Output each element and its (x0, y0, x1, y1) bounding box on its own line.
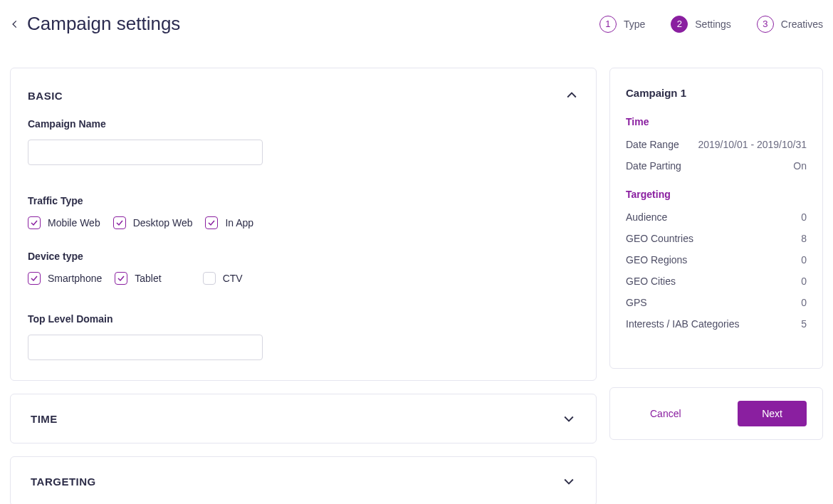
summary-row: GEO Cities 0 (626, 275, 807, 287)
targeting-section[interactable]: TARGETING (10, 456, 597, 504)
step-label: Type (624, 19, 645, 30)
checkbox-icon[interactable] (113, 216, 126, 229)
summary-key: Date Range (626, 139, 679, 150)
chevron-down-icon[interactable] (562, 474, 576, 488)
basic-title: BASIC (28, 90, 63, 102)
summary-value: 0 (801, 211, 807, 223)
summary-key: Audience (626, 211, 667, 223)
traffic-desktop-web[interactable]: Desktop Web (113, 216, 193, 229)
tld-label: Top Level Domain (28, 313, 579, 325)
step-number: 3 (757, 16, 774, 33)
page-title: Campaign settings (27, 13, 180, 35)
summary-value: On (793, 160, 807, 172)
campaign-name-label: Campaign Name (28, 118, 579, 130)
step-number: 2 (671, 16, 688, 33)
summary-value: 8 (801, 233, 807, 244)
stepper: 1 Type 2 Settings 3 Creatives (599, 16, 823, 33)
checkbox-icon[interactable] (205, 216, 218, 229)
device-tablet[interactable]: Tablet (115, 272, 161, 285)
device-label: CTV (223, 273, 243, 284)
summary-targeting-label: Targeting (626, 189, 807, 200)
next-button[interactable]: Next (738, 401, 807, 426)
traffic-in-app[interactable]: In App (205, 216, 253, 229)
checkbox-icon[interactable] (203, 272, 216, 285)
step-label: Creatives (781, 19, 823, 30)
traffic-label: Mobile Web (48, 217, 100, 229)
summary-value: 2019/10/01 - 2019/10/31 (698, 139, 807, 150)
summary-row: Date Parting On (626, 160, 807, 172)
summary-row: Audience 0 (626, 211, 807, 223)
summary-row: GPS 0 (626, 297, 807, 308)
checkbox-icon[interactable] (115, 272, 127, 285)
traffic-mobile-web[interactable]: Mobile Web (28, 216, 100, 229)
action-card: Cancel Next (609, 387, 823, 440)
summary-row: GEO Regions 0 (626, 254, 807, 266)
device-type-row: Smartphone Tablet CTV (28, 272, 579, 285)
chevron-up-icon[interactable] (565, 88, 579, 103)
summary-key: GPS (626, 297, 647, 308)
device-label: Tablet (135, 273, 161, 284)
campaign-name-input[interactable] (28, 140, 263, 165)
summary-card: Campaign 1 Time Date Range 2019/10/01 - … (609, 68, 823, 369)
back-icon[interactable] (10, 19, 20, 29)
step-settings[interactable]: 2 Settings (671, 16, 731, 33)
top-bar: Campaign settings 1 Type 2 Settings 3 Cr… (10, 10, 823, 36)
device-type-label: Device type (28, 251, 579, 262)
traffic-type-row: Mobile Web Desktop Web In App (28, 216, 579, 229)
summary-key: Interests / IAB Categories (626, 318, 740, 330)
summary-value: 5 (801, 318, 807, 330)
summary-value: 0 (801, 275, 807, 287)
checkbox-icon[interactable] (28, 272, 41, 285)
device-smartphone[interactable]: Smartphone (28, 272, 102, 285)
cancel-button[interactable]: Cancel (643, 402, 688, 425)
traffic-label: Desktop Web (133, 217, 193, 229)
checkbox-icon[interactable] (28, 216, 41, 229)
targeting-title: TARGETING (31, 476, 96, 488)
summary-key: GEO Regions (626, 254, 687, 266)
summary-key: GEO Countries (626, 233, 693, 244)
summary-key: GEO Cities (626, 275, 676, 287)
step-creatives[interactable]: 3 Creatives (757, 16, 823, 33)
step-type[interactable]: 1 Type (599, 16, 645, 33)
summary-row: Interests / IAB Categories 5 (626, 318, 807, 330)
basic-section: BASIC Campaign Name Traffic Type Mobile … (10, 68, 597, 381)
summary-title: Campaign 1 (626, 87, 807, 99)
traffic-label: In App (225, 217, 253, 229)
chevron-down-icon[interactable] (562, 411, 576, 426)
time-section[interactable]: TIME (10, 394, 597, 443)
traffic-type-label: Traffic Type (28, 195, 579, 206)
device-label: Smartphone (48, 273, 102, 284)
summary-key: Date Parting (626, 160, 681, 172)
step-label: Settings (695, 19, 731, 30)
tld-input[interactable] (28, 335, 263, 360)
device-ctv[interactable]: CTV (203, 272, 243, 285)
step-number: 1 (599, 16, 617, 33)
summary-time-label: Time (626, 116, 807, 127)
summary-row: Date Range 2019/10/01 - 2019/10/31 (626, 139, 807, 150)
time-title: TIME (31, 413, 58, 425)
summary-row: GEO Countries 8 (626, 233, 807, 244)
summary-value: 0 (801, 297, 807, 308)
summary-value: 0 (801, 254, 807, 266)
